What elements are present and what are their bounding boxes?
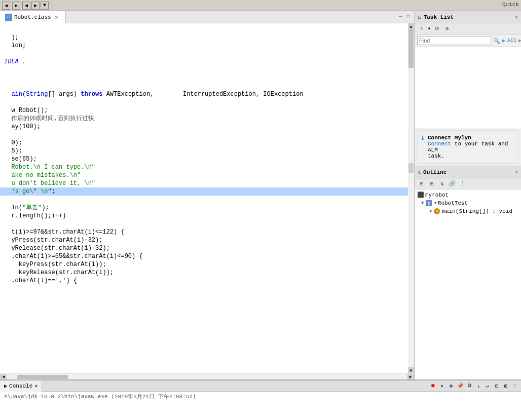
line-14: 0); xyxy=(4,139,22,146)
back-button[interactable]: ◀ xyxy=(2,2,10,10)
task-list-header: ☑ Task List ✕ xyxy=(415,11,521,23)
task-list-close[interactable]: ✕ xyxy=(515,14,518,20)
quick-label: Quick xyxy=(502,2,519,8)
connect-mylyn-box: ℹ Connect Mylyn Connect to your task and… xyxy=(417,130,519,164)
outline-panel: ⊞ Outline ✕ ⊟ ⊞ ⇅ 🔗 ⋮ ⬛ myrobot xyxy=(415,166,521,379)
outline-close[interactable]: ✕ xyxy=(515,169,518,175)
line-28: keyPress(str.charAt(i)); xyxy=(4,261,106,268)
console-scroll-btn[interactable]: ⇣ xyxy=(474,382,482,390)
line-27: .charAt(i)>=65&&str.charAt(i)<=90) { xyxy=(4,253,143,260)
editor-content: ); ion; IDEA . ain(String[] args) throws… xyxy=(0,23,414,373)
console-pin-btn[interactable]: 📌 xyxy=(456,382,464,390)
console-split2-btn[interactable]: ⊞ xyxy=(502,382,510,390)
outline-robottest-label: RobotTest xyxy=(438,200,468,206)
h-scroll-thumb[interactable] xyxy=(17,375,68,379)
package-icon: ⬛ xyxy=(417,192,424,198)
search-icon[interactable]: 🔍 xyxy=(493,37,500,44)
console-close-btn[interactable]: ✕ xyxy=(438,382,446,390)
class-badge: C xyxy=(426,200,432,206)
method-badge: S xyxy=(434,208,440,214)
link-btn[interactable]: 🔗 xyxy=(448,179,457,188)
method-green-dot: ● xyxy=(429,209,432,214)
line-18: ake no mistakes.\n" xyxy=(4,172,81,179)
line-12: ay(100); xyxy=(4,123,41,130)
info-icon: ℹ xyxy=(422,135,424,141)
console-copy-btn[interactable]: ⧉ xyxy=(465,382,473,390)
console-tab-label: Console xyxy=(9,383,32,389)
code-area[interactable]: ); ion; IDEA . ain(String[] args) throws… xyxy=(0,23,408,373)
outline-more-btn[interactable]: ⋮ xyxy=(458,179,467,188)
outline-item-robottest[interactable]: ▼ C ● RobotTest xyxy=(415,199,521,207)
sort-btn[interactable]: ⇅ xyxy=(437,179,446,188)
filter-separator: ▶ xyxy=(502,37,505,44)
nav-group: ◀ ▶ ▼ xyxy=(22,2,49,10)
connect-mylyn-title: Connect Mylyn xyxy=(428,135,471,141)
new-task-dropdown[interactable]: ▼ xyxy=(427,25,431,32)
outline-content: ⬛ myrobot ▼ C ● RobotTest ● S main(Str xyxy=(415,189,521,379)
console-tab-icon: ▶ xyxy=(4,383,7,389)
prev-button[interactable]: ◀ xyxy=(22,2,30,10)
right-panel: ☑ Task List ✕ + ▼ ⟳ ⚙ 🔍 ▶ xyxy=(415,11,521,379)
tab-close[interactable]: ✕ xyxy=(53,14,60,21)
filter-all-btn[interactable]: All xyxy=(506,37,517,44)
line-8: ain(String[] args) throws AWTException, … xyxy=(4,91,304,98)
console-tab[interactable]: ▶ Console ✕ xyxy=(0,380,42,392)
sync-btn[interactable]: ⟳ xyxy=(432,24,441,33)
line-5 xyxy=(4,66,8,73)
forward-button[interactable]: ▶ xyxy=(12,2,20,10)
console-controls: ■ ✕ ⊗ 📌 ⧉ ⇣ ↵ ⊟ ⊞ ⋮ xyxy=(429,382,521,390)
main-layout: C Robot.class ✕ ─ □ ); ion; IDEA . ain(S… xyxy=(0,11,521,420)
task-search-input[interactable] xyxy=(417,36,491,45)
line-19: u don't believe it, \n" xyxy=(4,180,95,187)
h-scrollbar[interactable]: ◀ ▶ xyxy=(0,373,414,379)
editor-tab-bar: C Robot.class ✕ ─ □ xyxy=(0,11,414,23)
minimap-indicator xyxy=(408,163,414,173)
task-toolbar: + ▼ ⟳ ⚙ xyxy=(415,23,521,34)
outline-toolbar: ⊟ ⊞ ⇅ 🔗 ⋮ xyxy=(415,178,521,189)
console-clear-btn[interactable]: ⊗ xyxy=(447,382,455,390)
connect-link[interactable]: Connect xyxy=(428,141,451,147)
class-icon: C xyxy=(5,14,12,21)
tab-label: Robot.class xyxy=(14,14,51,20)
line-13 xyxy=(4,131,8,138)
top-toolbar: ◀ ▶ ◀ ▶ ▼ Quick xyxy=(0,0,521,11)
scroll-left-arrow[interactable]: ◀ xyxy=(0,374,7,379)
line-1: ); xyxy=(4,34,19,41)
editor-scroll-thumb[interactable] xyxy=(408,27,414,68)
console-content: s\Java\jdk-10.0.2\bin\javaw.exe (2019年3月… xyxy=(0,392,521,420)
task-list-section: ☑ Task List ✕ + ▼ ⟳ ⚙ 🔍 ▶ xyxy=(415,11,521,166)
line-10: w Robot(); xyxy=(4,107,48,114)
outline-icon: ⊞ xyxy=(418,169,421,175)
scroll-down-arrow[interactable]: ▼ xyxy=(408,367,414,373)
maximize-editor[interactable]: □ xyxy=(405,14,412,21)
line-20: 's go\" \n"; xyxy=(0,187,408,196)
console-wrap-btn[interactable]: ↵ xyxy=(483,382,492,390)
console-tab-close[interactable]: ✕ xyxy=(34,383,38,389)
line-29: keyRelease(str.charAt(i)); xyxy=(4,269,114,276)
tab-controls: ─ □ xyxy=(397,14,414,21)
line-3 xyxy=(4,50,8,57)
next-button[interactable]: ▶ xyxy=(31,2,40,10)
console-log-text: s\Java\jdk-10.0.2\bin\javaw.exe (2019年3月… xyxy=(4,394,196,400)
scroll-up-arrow[interactable]: ▲ xyxy=(408,23,414,29)
line-6 xyxy=(4,74,8,82)
down-button[interactable]: ▼ xyxy=(41,2,49,10)
console-split1-btn[interactable]: ⊟ xyxy=(493,382,501,390)
outline-item-main[interactable]: ● S main(String[]) : void xyxy=(415,207,521,215)
outline-item-myrobot[interactable]: ⬛ myrobot xyxy=(415,190,521,199)
line-26: yRelease(str.charAt(i)-32); xyxy=(4,245,110,252)
line-7 xyxy=(4,83,8,90)
outline-main-label: main(String[]) : void xyxy=(442,208,512,214)
console-more-btn[interactable]: ⋮ xyxy=(511,382,519,390)
scroll-right-arrow[interactable]: ▶ xyxy=(407,374,414,379)
task-search-bar: 🔍 ▶ All ▶ Ac xyxy=(415,34,521,47)
task-settings-btn[interactable]: ⚙ xyxy=(442,24,452,33)
content-area: C Robot.class ✕ ─ □ ); ion; IDEA . ain(S… xyxy=(0,11,521,379)
new-task-btn[interactable]: + xyxy=(417,24,426,33)
editor-scrollbar[interactable]: ▲ ▼ xyxy=(408,23,414,373)
stop-btn[interactable]: ■ xyxy=(429,382,437,390)
collapse-all-btn[interactable]: ⊟ xyxy=(417,179,426,188)
expand-all-btn[interactable]: ⊞ xyxy=(427,179,436,188)
robot-class-tab[interactable]: C Robot.class ✕ xyxy=(0,11,66,23)
minimize-editor[interactable]: ─ xyxy=(397,14,404,21)
